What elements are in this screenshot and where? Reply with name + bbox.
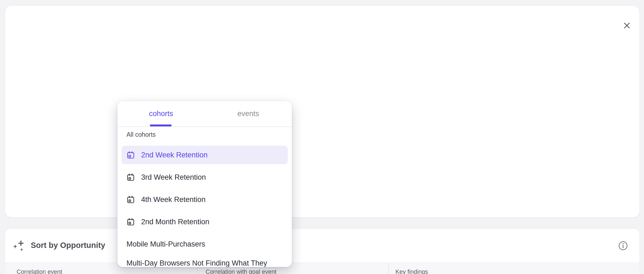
list-item-label: 4th Week Retention [141, 195, 206, 204]
column-header-correlation-with-goal-event: Correlation with goal event [206, 268, 276, 274]
tab-events[interactable]: events [205, 101, 292, 126]
cohort-events-dropdown: cohorts events All cohorts 2nd Week Rete… [117, 101, 292, 267]
list-item-cohort[interactable]: 4th Week Retention [122, 190, 288, 209]
list-item-label: Mobile Multi-Purchasers [126, 240, 205, 248]
calendar-icon [126, 218, 135, 226]
sort-label: Sort by Opportunity [31, 241, 105, 250]
close-button[interactable] [621, 20, 632, 31]
list-item-label: 3rd Week Retention [141, 173, 206, 182]
sort-by-opportunity-control[interactable]: +++ Sort by Opportunity [13, 238, 105, 253]
active-tab-indicator [150, 124, 172, 126]
tab-cohorts[interactable]: cohorts [117, 101, 205, 126]
dropdown-section-label: All cohorts [126, 131, 156, 138]
calendar-icon [126, 195, 135, 204]
list-item-label: 2nd Week Retention [141, 151, 208, 159]
results-info-button[interactable] [618, 240, 628, 251]
dropdown-tabs: cohorts events [117, 101, 292, 127]
list-item-cohort[interactable]: 2nd Week Retention [122, 146, 288, 164]
sort-sparkle-icon: +++ [13, 238, 26, 253]
list-item-cohort[interactable]: 2nd Month Retention [122, 213, 288, 231]
close-icon [623, 21, 631, 30]
query-builder-card [5, 5, 640, 217]
calendar-icon [126, 151, 135, 159]
column-divider [388, 263, 389, 274]
list-item-label: Multi-Day Browsers Not Finding What They [126, 259, 267, 267]
column-header-key-findings: Key findings [395, 268, 428, 274]
correlation-analysis-screen: For USERS IN All Users that did Add To C… [0, 0, 644, 274]
results-card: +++ Sort by Opportunity Correlation even… [5, 229, 640, 274]
list-item-cohort[interactable]: Multi-Day Browsers Not Finding What They [122, 254, 288, 267]
sort-row: +++ Sort by Opportunity [5, 229, 639, 263]
results-table-header: Correlation event Correlation with goal … [5, 263, 639, 274]
list-item-label: 2nd Month Retention [141, 218, 209, 226]
column-header-correlation-event: Correlation event [17, 268, 62, 274]
results-info-icon [618, 241, 628, 250]
list-item-cohort[interactable]: 3rd Week Retention [122, 168, 288, 186]
list-item-cohort[interactable]: Mobile Multi-Purchasers [122, 235, 288, 253]
calendar-icon [126, 173, 135, 182]
